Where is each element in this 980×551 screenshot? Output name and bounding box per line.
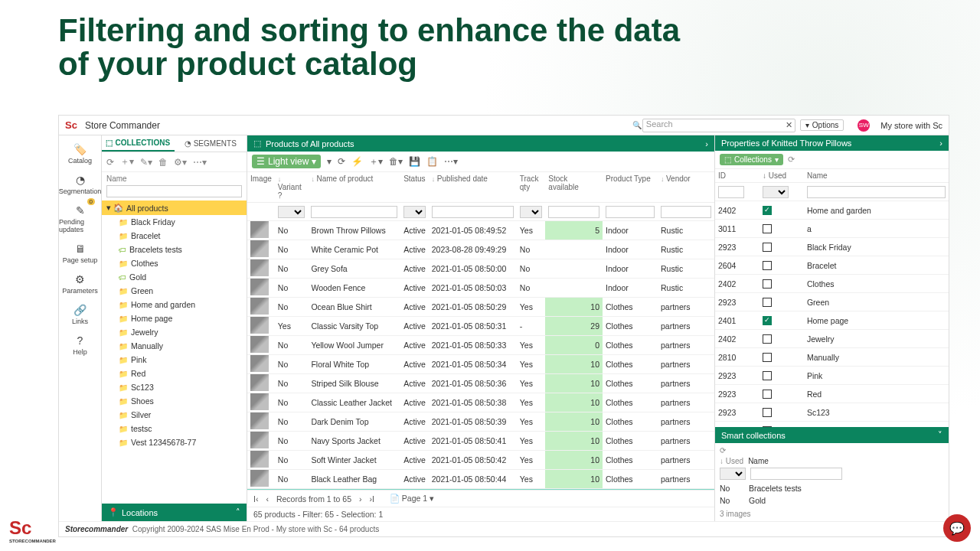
checkbox[interactable] xyxy=(763,390,772,399)
refresh-icon[interactable]: ⟳ xyxy=(720,446,944,455)
tree-item[interactable]: 📁 Jewelry xyxy=(102,325,247,339)
trash-icon[interactable]: 🗑▾ xyxy=(389,156,403,167)
checkbox[interactable] xyxy=(763,316,772,325)
bolt-icon[interactable]: ⚡ xyxy=(351,156,363,167)
gear-icon[interactable]: ⚙▾ xyxy=(174,157,187,168)
table-row[interactable]: NoGrey SofaActive2021-01-05 08:50:00NoIn… xyxy=(247,259,714,279)
table-row[interactable]: NoStriped Silk BlouseActive2021-01-05 08… xyxy=(247,374,714,393)
tree-item[interactable]: 📁 Home and garden xyxy=(102,298,247,311)
tree-item[interactable]: 📁 Sc123 xyxy=(102,380,247,394)
avatar[interactable]: SW xyxy=(858,119,870,132)
collections-button[interactable]: ⬚ Collections ▾ xyxy=(720,154,783,165)
tree-item[interactable]: 📁 testsc xyxy=(102,422,247,435)
refresh-icon[interactable]: ⟳ xyxy=(788,155,795,165)
save-icon[interactable]: 💾 xyxy=(409,156,420,167)
prev-page-icon[interactable]: ‹ xyxy=(266,494,269,504)
tree-item[interactable]: 📁 Red xyxy=(102,367,247,380)
tree-item[interactable]: 📁 Clothes xyxy=(102,256,247,270)
collection-row[interactable]: 3011a xyxy=(715,220,949,238)
collection-row[interactable]: 2923Black Friday xyxy=(715,238,949,256)
refresh-icon[interactable]: ⟳ xyxy=(338,156,345,167)
table-row[interactable]: NoNavy Sports JacketActive2021-01-05 08:… xyxy=(247,432,714,451)
filter-icon[interactable]: ▾ xyxy=(327,156,332,167)
tree-item[interactable]: 📁 Vest 12345678-77 xyxy=(102,435,247,449)
tree-item[interactable]: 📁 Home page xyxy=(102,311,247,325)
collection-row[interactable]: 2923Red xyxy=(715,385,949,403)
light-view-button[interactable]: ☰ Light view ▾ xyxy=(252,155,321,168)
smart-row[interactable]: NoGold xyxy=(720,494,944,507)
nav-pending-updates[interactable]: ✎Pending updates xyxy=(59,201,101,236)
collection-row[interactable]: 2604Bracelet xyxy=(715,256,949,275)
col-published-date[interactable]: Published date xyxy=(429,172,517,203)
tree-item[interactable]: 📁 Green xyxy=(102,284,247,298)
table-row[interactable]: NoBrown Throw PillowsActive2021-01-05 08… xyxy=(247,221,714,240)
tree-root[interactable]: ▾ 🏠 All products xyxy=(102,201,247,215)
collection-row[interactable]: 2401Home page xyxy=(715,311,949,330)
collection-row[interactable]: 2810Manually xyxy=(715,348,949,367)
table-row[interactable]: NoWhite Ceramic PotActive2023-08-28 09:4… xyxy=(247,240,714,259)
col-status[interactable]: Status xyxy=(400,172,429,203)
checkbox[interactable] xyxy=(763,371,772,380)
table-row[interactable]: NoBlack Leather BagActive2021-01-05 08:5… xyxy=(247,470,714,489)
tree-item[interactable]: 🏷 Gold xyxy=(102,270,247,284)
tree-item[interactable]: 📁 Shoes xyxy=(102,394,247,408)
tree-item[interactable]: 📁 Manually xyxy=(102,339,247,353)
table-row[interactable]: NoYellow Wool JumperActive2021-01-05 08:… xyxy=(247,336,714,355)
col-vendor[interactable]: Vendor xyxy=(658,172,714,203)
tree-item[interactable]: 🏷 Bracelets tests xyxy=(102,243,247,256)
tab-collections[interactable]: ⬚ COLLECTIONS xyxy=(102,135,175,152)
smart-collections-header[interactable]: Smart collections˅ xyxy=(715,427,949,443)
add-icon[interactable]: ＋▾ xyxy=(369,155,383,168)
table-row[interactable]: NoOcean Blue ShirtActive2021-01-05 08:50… xyxy=(247,298,714,317)
tree-filter-input[interactable] xyxy=(106,185,242,197)
collection-row[interactable]: 2402Jewelry xyxy=(715,330,949,348)
tree-item[interactable]: 📁 Bracelet xyxy=(102,229,247,243)
table-row[interactable]: NoWooden FenceActive2021-01-05 08:50:03N… xyxy=(247,279,714,298)
nav-catalog[interactable]: 🏷️Catalog xyxy=(59,140,101,168)
checkbox[interactable] xyxy=(763,224,772,233)
chat-bubble-icon[interactable]: 💬 xyxy=(943,514,971,542)
col-variant-[interactable]: Variant ? xyxy=(275,172,309,203)
nav-segmentation[interactable]: ◔Segmentation xyxy=(59,171,101,198)
checkbox[interactable] xyxy=(763,206,772,215)
checkbox[interactable] xyxy=(763,298,772,307)
next-page-icon[interactable]: › xyxy=(359,494,362,504)
col-track-qty[interactable]: Track qty xyxy=(517,172,546,203)
collection-row[interactable]: 2923Green xyxy=(715,293,949,311)
col-product-type[interactable]: Product Type xyxy=(603,172,658,203)
checkbox[interactable] xyxy=(763,261,772,270)
collection-row[interactable]: 2923Sc123 xyxy=(715,403,949,422)
more-icon[interactable]: ⋯▾ xyxy=(193,157,207,168)
checkbox[interactable] xyxy=(763,408,772,417)
trash-icon[interactable]: 🗑 xyxy=(158,157,168,168)
checkbox[interactable] xyxy=(763,334,772,344)
collection-row[interactable]: 2402Clothes xyxy=(715,275,949,293)
collection-row[interactable]: 2923Pink xyxy=(715,367,949,385)
paste-icon[interactable]: 📋 xyxy=(426,156,438,167)
first-page-icon[interactable]: I‹ xyxy=(253,494,258,504)
more-icon[interactable]: ⋯▾ xyxy=(444,156,458,167)
nav-page-setup[interactable]: 🖥Page setup xyxy=(59,240,101,267)
edit-icon[interactable]: ✎▾ xyxy=(140,157,152,168)
tree-item[interactable]: 📁 Black Friday xyxy=(102,215,247,229)
col-stock-available[interactable]: Stock available xyxy=(545,172,603,203)
tab-segments[interactable]: ◔ SEGMENTS xyxy=(175,135,247,152)
checkbox[interactable] xyxy=(763,279,772,289)
col-image[interactable]: Image xyxy=(247,172,275,203)
refresh-icon[interactable]: ⟳ xyxy=(106,157,114,168)
last-page-icon[interactable]: ›I xyxy=(369,494,374,504)
add-icon[interactable]: ＋▾ xyxy=(120,155,134,168)
locations-panel[interactable]: 📍 Locations˄ xyxy=(102,504,247,521)
search-input[interactable]: Search ✕ xyxy=(642,119,795,132)
table-row[interactable]: NoClassic Leather JacketActive2021-01-05… xyxy=(247,393,714,412)
table-row[interactable]: YesClassic Varsity TopActive2021-01-05 0… xyxy=(247,317,714,336)
checkbox[interactable] xyxy=(763,243,772,252)
nav-parameters[interactable]: ⚙Parameters xyxy=(59,270,101,298)
table-row[interactable]: NoDark Denim TopActive2021-01-05 08:50:3… xyxy=(247,412,714,432)
col-name-of-product[interactable]: Name of product xyxy=(308,172,400,203)
clear-search-icon[interactable]: ✕ xyxy=(786,120,792,130)
nav-help[interactable]: ?Help xyxy=(59,331,101,359)
options-button[interactable]: ▾ Options xyxy=(800,119,844,131)
collection-row[interactable]: 2402Home and garden xyxy=(715,201,949,220)
checkbox[interactable] xyxy=(763,353,772,362)
